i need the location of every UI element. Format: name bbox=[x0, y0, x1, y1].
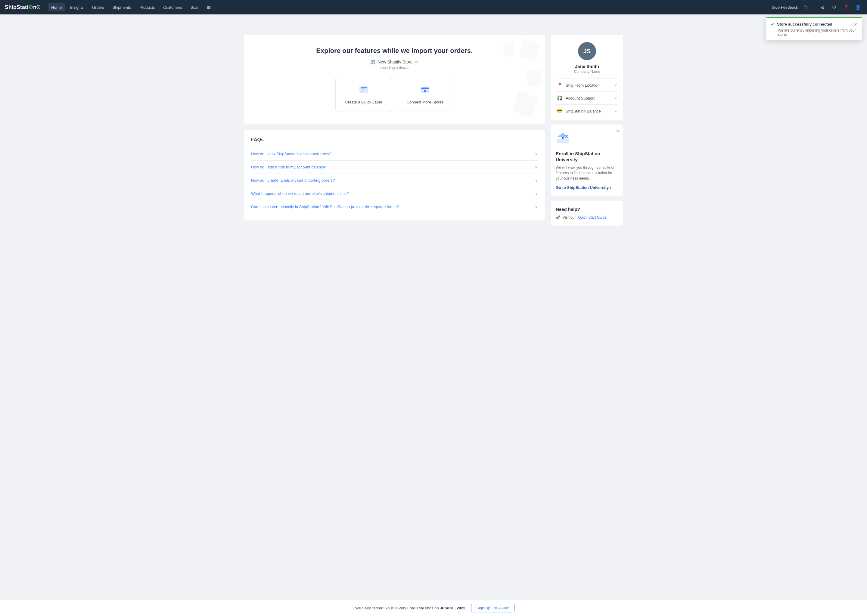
faq-chevron-5: ∨ bbox=[535, 205, 538, 209]
right-column: JS Jane Smith Company Name 📍 Ship From L… bbox=[551, 35, 623, 226]
calendar-icon[interactable]: ▦ bbox=[204, 3, 213, 11]
faq-item-4[interactable]: What happens when we reach our plan's sh… bbox=[251, 187, 538, 200]
help-text: Visit our bbox=[563, 215, 575, 220]
store-name: New Shopify Store bbox=[378, 60, 413, 64]
university-card: ✕ Enroll in ShipStation University We wi… bbox=[551, 124, 623, 196]
svg-rect-11 bbox=[422, 86, 427, 88]
faq-card: FAQs How do I view ShipStation's discoun… bbox=[244, 130, 545, 220]
svg-rect-4 bbox=[359, 86, 368, 93]
footer-text: Love ShipStation? Your 30-day Free Trial… bbox=[353, 606, 467, 610]
faq-question-4: What happens when we reach our plan's sh… bbox=[251, 191, 349, 196]
action-cards: Create a Quick Label Connect More Stores bbox=[251, 77, 538, 112]
footer-banner: Love ShipStation? Your 30-day Free Trial… bbox=[0, 600, 867, 616]
faq-question-5: Can I ship internationally in ShipStatio… bbox=[251, 204, 399, 209]
university-link[interactable]: Go to ShipStation University › bbox=[556, 185, 618, 190]
quick-label-icon bbox=[359, 85, 369, 96]
toast-header: ✔ Store successfully connected ✕ bbox=[771, 21, 858, 27]
balance-left: 💳 ShipStation Balance bbox=[557, 108, 601, 114]
avatar: JS bbox=[578, 42, 596, 60]
shipstation-balance-item[interactable]: 💳 ShipStation Balance ∨ bbox=[556, 104, 618, 117]
settings-icon[interactable]: ⚙ bbox=[830, 3, 838, 11]
help-row: 🚀 Visit our Quick Start Guide. bbox=[556, 215, 618, 220]
connect-stores-icon bbox=[420, 85, 430, 96]
balance-label: ShipStation Balance bbox=[566, 109, 601, 113]
feedback-link[interactable]: Give Feedback bbox=[772, 5, 798, 9]
nav-customers[interactable]: Customers bbox=[159, 3, 186, 11]
sync-icon: 🔄 bbox=[370, 60, 375, 64]
university-icon bbox=[556, 130, 618, 148]
navbar: ShipStati⚙n® Home Insights Orders Shipme… bbox=[0, 0, 867, 14]
support-icon: 🎧 bbox=[557, 95, 563, 101]
faq-chevron-3: ∨ bbox=[535, 178, 538, 182]
faq-item-5[interactable]: Can I ship internationally in ShipStatio… bbox=[251, 200, 538, 213]
account-support-label: Account Support bbox=[566, 96, 594, 101]
svg-rect-15 bbox=[562, 137, 564, 139]
balance-icon: 💳 bbox=[557, 108, 563, 114]
university-desc: We will walk you through our suite of fe… bbox=[556, 165, 618, 181]
faq-title: FAQs bbox=[251, 137, 538, 143]
ship-from-label: Ship From Location bbox=[566, 83, 600, 88]
university-title: Enroll in ShipStation University bbox=[556, 151, 618, 162]
ship-from-chevron: ∨ bbox=[615, 83, 617, 87]
ship-from-location-item[interactable]: 📍 Ship From Location ∨ bbox=[556, 79, 618, 91]
connect-stores-label: Connect More Stores bbox=[407, 100, 444, 104]
toast-notification: ✔ Store successfully connected ✕ We are … bbox=[766, 17, 862, 40]
connect-stores-card[interactable]: Connect More Stores bbox=[397, 77, 454, 112]
edit-icon[interactable]: ✏ bbox=[415, 60, 418, 64]
university-link-text: Go to ShipStation University bbox=[556, 185, 609, 190]
ship-from-left: 📍 Ship From Location bbox=[557, 82, 600, 88]
toast-body: We are currently importing your orders f… bbox=[771, 28, 858, 37]
app-logo[interactable]: ShipStati⚙n® bbox=[5, 4, 40, 11]
main-content: Explore our features while we import you… bbox=[238, 14, 629, 244]
balance-chevron: ∨ bbox=[615, 109, 617, 113]
location-icon: 📍 bbox=[557, 82, 563, 88]
faq-item-1[interactable]: How do I view ShipStation's discounted r… bbox=[251, 148, 538, 160]
account-support-item[interactable]: 🎧 Account Support ∨ bbox=[556, 91, 618, 104]
sign-up-plan-button[interactable]: Sign Up For A Plan bbox=[471, 603, 514, 612]
nav-orders[interactable]: Orders bbox=[88, 3, 108, 11]
nav-shipments[interactable]: Shipments bbox=[109, 3, 134, 11]
left-column: Explore our features while we import you… bbox=[244, 35, 545, 226]
refresh-icon[interactable]: ↻ bbox=[802, 3, 810, 11]
svg-rect-8 bbox=[361, 91, 364, 91]
svg-rect-12 bbox=[424, 90, 426, 92]
quick-start-guide-link[interactable]: Quick Start Guide. bbox=[578, 215, 607, 220]
university-close-button[interactable]: ✕ bbox=[616, 128, 620, 134]
nav-right: Give Feedback ↻ 🖨 ⚙ ❓ 👤 bbox=[772, 3, 862, 11]
faq-item-2[interactable]: How do I add funds to my account balance… bbox=[251, 160, 538, 174]
help-title: Need help? bbox=[556, 207, 618, 212]
nav-links: Home Insights Orders Shipments Products … bbox=[47, 3, 772, 11]
nav-insights[interactable]: Insights bbox=[66, 3, 87, 11]
check-icon: ✔ bbox=[771, 21, 775, 27]
svg-rect-7 bbox=[361, 90, 364, 90]
toast-title-row: ✔ Store successfully connected bbox=[771, 21, 832, 27]
help-icon[interactable]: ❓ bbox=[842, 3, 850, 11]
quick-label-label: Create a Quick Label bbox=[345, 100, 382, 104]
faq-chevron-1: ∨ bbox=[535, 152, 538, 156]
nav-home[interactable]: Home bbox=[47, 3, 65, 11]
footer-date: June 30, 2022. bbox=[440, 606, 466, 610]
faq-chevron-2: ∨ bbox=[535, 165, 538, 169]
nav-products[interactable]: Products bbox=[136, 3, 158, 11]
faq-question-3: How do I create labels without importing… bbox=[251, 178, 335, 182]
nav-scan[interactable]: Scan bbox=[187, 3, 203, 11]
importing-text: Importing orders... bbox=[251, 66, 538, 70]
arrow-right-icon: › bbox=[610, 185, 611, 190]
svg-rect-6 bbox=[361, 88, 365, 89]
print-icon[interactable]: 🖨 bbox=[818, 3, 826, 11]
faq-question-2: How do I add funds to my account balance… bbox=[251, 165, 327, 169]
help-card: Need help? 🚀 Visit our Quick Start Guide… bbox=[551, 201, 623, 226]
profile-card: JS Jane Smith Company Name 📍 Ship From L… bbox=[551, 35, 623, 120]
faq-question-1: How do I view ShipStation's discounted r… bbox=[251, 152, 331, 156]
create-quick-label-card[interactable]: Create a Quick Label bbox=[335, 77, 392, 112]
svg-rect-5 bbox=[361, 87, 367, 88]
profile-company: Company Name bbox=[556, 69, 618, 74]
faq-item-3[interactable]: How do I create labels without importing… bbox=[251, 174, 538, 187]
profile-name: Jane Smith bbox=[556, 64, 618, 69]
toast-close-button[interactable]: ✕ bbox=[854, 22, 858, 27]
faq-chevron-4: ∨ bbox=[535, 192, 538, 196]
account-icon[interactable]: 👤 bbox=[854, 3, 862, 11]
account-support-left: 🎧 Account Support bbox=[557, 95, 594, 101]
hero-title: Explore our features while we import you… bbox=[251, 47, 538, 55]
hero-card: Explore our features while we import you… bbox=[244, 35, 545, 124]
